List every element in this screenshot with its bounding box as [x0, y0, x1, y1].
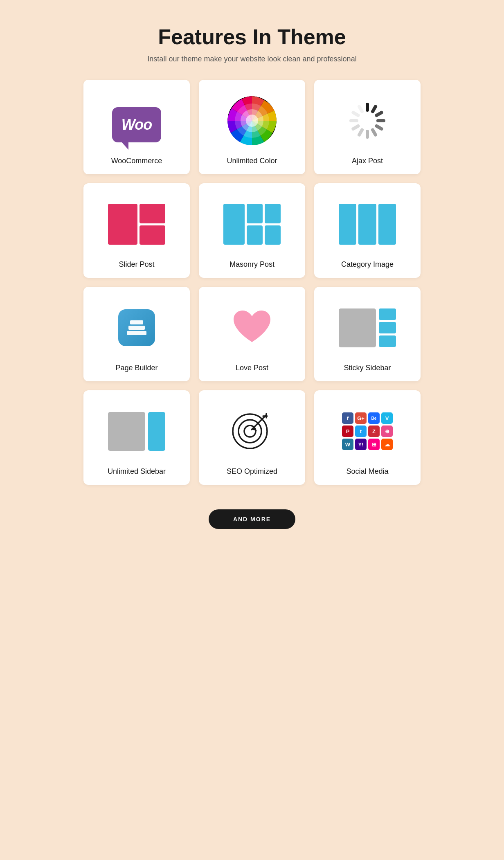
svg-rect-14	[349, 119, 358, 122]
feature-card-masonry-post: Masonry Post	[199, 183, 305, 278]
woocommerce-icon: Woo	[108, 92, 165, 149]
unlimited-sidebar-label: Unlimited Sidebar	[108, 467, 166, 476]
love-post-label: Love Post	[236, 364, 268, 372]
svg-point-4	[246, 115, 258, 127]
feature-card-category-image: Category Image	[314, 183, 421, 278]
svg-rect-10	[371, 128, 378, 137]
masonry-post-label: Masonry Post	[230, 260, 274, 269]
svg-rect-5	[366, 103, 369, 112]
social-media-icon: f G+ Be V P t Z ⊕ W Y! ⊞ ☁	[339, 403, 396, 460]
svg-rect-16	[357, 104, 364, 114]
seo-icon	[223, 403, 281, 460]
feature-card-page-builder: Page Builder	[83, 287, 190, 381]
feature-card-seo-optimized: SEO Optimized	[199, 390, 305, 485]
svg-rect-9	[374, 124, 384, 131]
feature-card-love-post: Love Post	[199, 287, 305, 381]
seo-optimized-label: SEO Optimized	[227, 467, 277, 476]
feature-card-ajax-post: Ajax Post	[314, 80, 421, 174]
and-more-button[interactable]: AND MORE	[209, 509, 295, 529]
sticky-sidebar-icon	[339, 299, 396, 356]
page-subtitle: Install our theme make your website look…	[147, 55, 356, 63]
page-builder-label: Page Builder	[115, 364, 158, 372]
heart-icon	[223, 299, 281, 356]
feature-card-slider-post: Slider Post	[83, 183, 190, 278]
spinner-icon	[339, 92, 396, 149]
page-builder-icon	[108, 299, 165, 356]
feature-card-social-media: f G+ Be V P t Z ⊕ W Y! ⊞ ☁ Social Media	[314, 390, 421, 485]
feature-card-unlimited-color: Unlimited Color	[199, 80, 305, 174]
svg-rect-11	[366, 130, 369, 139]
page-header: Features In Theme Install our theme make…	[147, 25, 356, 63]
features-grid: Woo WooCommerce	[83, 80, 421, 485]
svg-marker-24	[252, 427, 257, 431]
svg-rect-6	[371, 104, 378, 114]
svg-rect-18	[128, 326, 145, 330]
feature-card-woocommerce: Woo WooCommerce	[83, 80, 190, 174]
unlimited-color-label: Unlimited Color	[227, 157, 277, 165]
slider-icon	[108, 196, 165, 253]
svg-rect-19	[127, 331, 146, 335]
woocommerce-label: WooCommerce	[111, 157, 162, 165]
sticky-sidebar-label: Sticky Sidebar	[344, 364, 391, 372]
svg-rect-12	[357, 128, 364, 137]
feature-card-sticky-sidebar: Sticky Sidebar	[314, 287, 421, 381]
slider-post-label: Slider Post	[119, 260, 154, 269]
color-wheel-icon	[223, 92, 281, 149]
svg-rect-13	[351, 124, 360, 131]
category-image-label: Category Image	[341, 260, 394, 269]
svg-rect-7	[374, 110, 384, 118]
page-title: Features In Theme	[147, 25, 356, 49]
ajax-post-label: Ajax Post	[352, 157, 383, 165]
category-image-icon	[339, 196, 396, 253]
social-media-label: Social Media	[346, 467, 388, 476]
unlimited-sidebar-icon	[108, 403, 165, 460]
svg-rect-8	[376, 119, 385, 122]
svg-rect-15	[351, 110, 360, 118]
svg-rect-17	[130, 320, 143, 324]
feature-card-unlimited-sidebar: Unlimited Sidebar	[83, 390, 190, 485]
masonry-icon	[223, 196, 281, 253]
